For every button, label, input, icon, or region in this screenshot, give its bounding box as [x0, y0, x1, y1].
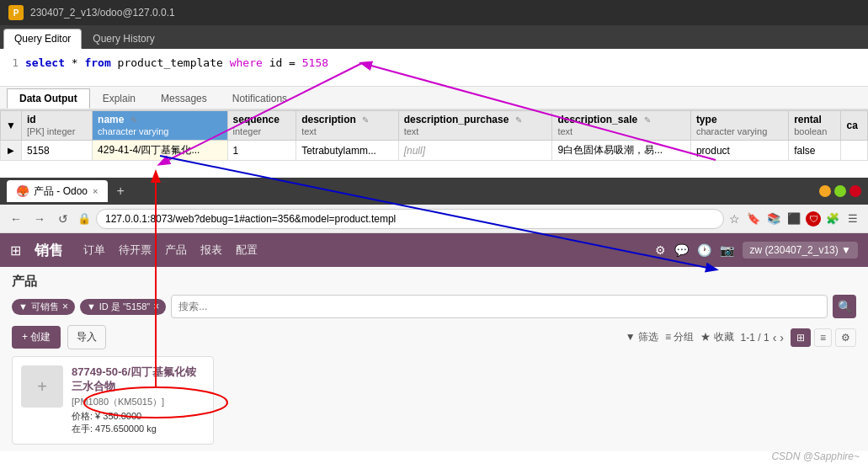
settings-view-button[interactable]: ⚙	[835, 328, 856, 347]
browser-tab[interactable]: 🦊 产品 - Odoo ×	[7, 180, 108, 202]
prev-page-button[interactable]: ‹	[773, 331, 777, 344]
back-button[interactable]: ←	[7, 210, 25, 228]
security2-icon[interactable]: 🛡	[806, 211, 821, 227]
filter-icon2: ▼	[87, 301, 96, 312]
screenshot-icon[interactable]: ⬛	[785, 211, 802, 227]
filter-close-saleable[interactable]: ×	[62, 301, 68, 312]
tab-close-button[interactable]: ×	[93, 186, 98, 196]
view-toggle: ⊞ ≡ ⚙	[791, 328, 856, 347]
grid-icon[interactable]: ⊞	[10, 242, 21, 258]
product-name: 87749-50-6/四丁基氟化铵 三水合物	[72, 365, 205, 394]
refresh-button[interactable]: ↺	[54, 210, 72, 228]
user-menu[interactable]: zw (230407_2_v13) ▼	[743, 242, 858, 258]
product-image-placeholder: +	[37, 377, 47, 397]
import-button[interactable]: 导入	[67, 325, 106, 349]
edit-icon-desc-sale[interactable]: ✎	[644, 115, 651, 125]
browser-nav-icons: 🔖 📚 ⬛ 🛡 🧩 ☰	[745, 211, 861, 227]
maximize-button[interactable]	[834, 185, 846, 197]
edit-icon-desc-purchase[interactable]: ✎	[515, 115, 522, 125]
col-description[interactable]: description ✎ text	[296, 111, 398, 141]
col-rental[interactable]: rental boolean	[789, 111, 841, 141]
tab-query-history[interactable]: Query History	[82, 29, 165, 49]
close-button[interactable]	[849, 185, 861, 197]
kw-where: where	[230, 56, 263, 69]
tab-notifications[interactable]: Notifications	[220, 88, 300, 109]
new-tab-button[interactable]: +	[116, 184, 124, 199]
table-row: ▶ 5158 429-41-4/四丁基氟化... 1 Tetrabutylamm…	[1, 141, 868, 161]
chat-icon[interactable]: 💬	[674, 243, 689, 257]
kw-from: from	[84, 56, 110, 69]
kanban-view-button[interactable]: ⊞	[791, 328, 811, 347]
minimize-button[interactable]	[819, 185, 831, 197]
row-select-arrow[interactable]: ▶	[1, 141, 22, 161]
filter-close-id[interactable]: ×	[153, 301, 159, 312]
nav-products[interactable]: 产品	[165, 242, 187, 258]
col-id[interactable]: id [PK] integer	[21, 111, 92, 141]
group-button[interactable]: ≡ 分组	[665, 330, 694, 344]
search-bar: ▼ 可销售 × ▼ ID 是 "5158" × 🔍	[12, 295, 856, 318]
tab-query-editor[interactable]: Query Editor	[3, 29, 82, 49]
search-input[interactable]	[171, 295, 828, 318]
next-page-button[interactable]: ›	[780, 331, 784, 344]
product-card[interactable]: + 87749-50-6/四丁基氟化铵 三水合物 [PM1080（KM5015）…	[12, 356, 214, 445]
top-bar-title: 230407_2_v13/odoo@127.0.0.1	[30, 7, 175, 19]
settings-icon[interactable]: ⚙	[655, 243, 666, 257]
col-type[interactable]: type character varying	[690, 111, 788, 141]
page-title: 产品	[12, 274, 856, 290]
filter-button[interactable]: ▼ 筛选	[626, 330, 658, 344]
clock-icon[interactable]: 🕐	[697, 243, 711, 257]
extension-icon[interactable]: 🧩	[824, 211, 841, 227]
filter-badge-id[interactable]: ▼ ID 是 "5158" ×	[80, 299, 166, 315]
sql-val: 5158	[302, 56, 328, 69]
bookmark-list-icon[interactable]: 🔖	[745, 211, 762, 227]
list-view-button[interactable]: ≡	[814, 328, 832, 347]
kw-select: select	[25, 56, 65, 69]
line-number: 1	[0, 54, 25, 72]
forward-button[interactable]: →	[30, 210, 49, 228]
filter-label-saleable: 可销售	[31, 301, 59, 313]
watermark: CSDN @Sapphire~	[771, 450, 860, 462]
search-button[interactable]: 🔍	[833, 295, 856, 318]
create-button[interactable]: + 创建	[12, 326, 61, 349]
nav-config[interactable]: 配置	[236, 242, 258, 258]
tab-messages[interactable]: Messages	[148, 88, 220, 109]
edit-icon-desc[interactable]: ✎	[362, 115, 369, 125]
sql-editor[interactable]: 1 select * from product_template where i…	[0, 49, 868, 87]
product-ref: [PM1080（KM5015）]	[72, 396, 205, 408]
url-bar[interactable]	[96, 209, 724, 229]
top-bar: P 230407_2_v13/odoo@127.0.0.1	[0, 0, 868, 25]
col-name[interactable]: name ✎ character varying	[93, 111, 227, 141]
col-row-arrow: ▼	[1, 111, 22, 141]
col-desc-sale[interactable]: description_sale ✎ text	[552, 111, 690, 141]
nav-orders[interactable]: 订单	[83, 242, 105, 258]
odoo-section: ⊞ 销售 订单 待开票 产品 报表 配置 ⚙ 💬 🕐 📷 zw (230407_…	[0, 233, 868, 451]
filter-group-bar: ▼ 筛选 ≡ 分组 ★ 收藏 1-1 / 1 ‹ › ⊞ ≡ ⚙	[626, 328, 856, 347]
favorites-button[interactable]: ★ 收藏	[700, 330, 733, 344]
nav-reports[interactable]: 报表	[200, 242, 222, 258]
data-table-container: ▼ id [PK] integer name ✎ character varyi…	[0, 110, 868, 178]
sql-code-line[interactable]: select * from product_template where id …	[25, 54, 868, 72]
pagination-text: 1-1 / 1	[741, 332, 769, 344]
tab-explain[interactable]: Explain	[90, 88, 148, 109]
tab-title: 产品 - Odoo	[34, 184, 88, 199]
camera-icon[interactable]: 📷	[720, 243, 734, 257]
odoo-body: 产品 ▼ 可销售 × ▼ ID 是 "5158" × 🔍 + 创建	[0, 267, 868, 451]
cell-desc-sale: 9白色固体易吸潮，易...	[552, 141, 690, 161]
col-desc-purchase[interactable]: description_purchase ✎ text	[398, 111, 552, 141]
product-image: +	[21, 365, 63, 408]
col-ca[interactable]: ca	[841, 111, 868, 141]
bookmark-icon[interactable]: ☆	[729, 212, 740, 226]
filter-badge-saleable[interactable]: ▼ 可销售 ×	[12, 299, 75, 315]
library-icon[interactable]: 📚	[765, 211, 782, 227]
sql-eq: =	[289, 56, 302, 69]
col-sequence[interactable]: sequence integer	[227, 111, 296, 141]
menu-icon[interactable]: ☰	[844, 211, 861, 227]
editor-tabs: Query Editor Query History	[0, 25, 868, 49]
edit-icon[interactable]: ✎	[130, 115, 137, 125]
odoo-app-bar: ⊞ 销售 订单 待开票 产品 报表 配置 ⚙ 💬 🕐 📷 zw (230407_…	[0, 233, 868, 267]
tab-data-output[interactable]: Data Output	[7, 88, 90, 109]
security-icon: 🔒	[77, 212, 91, 225]
cell-desc-purchase: [null]	[398, 141, 552, 161]
nav-invoicing[interactable]: 待开票	[119, 242, 152, 258]
data-table: ▼ id [PK] integer name ✎ character varyi…	[0, 110, 868, 161]
